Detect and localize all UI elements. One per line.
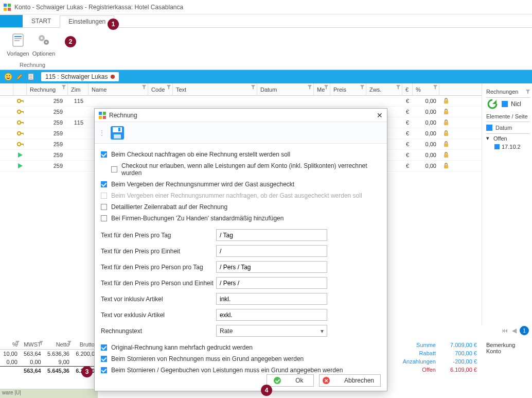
checkbox-option[interactable]: Original-Rechnung kann mehrfach gedruckt… [101, 342, 381, 353]
col-datum[interactable]: Datum [495, 125, 512, 131]
tree-node-offen[interactable]: ▾ Offen [486, 134, 530, 143]
svg-rect-29 [23, 122, 24, 124]
key-icon [13, 107, 27, 117]
checkbox-icon [101, 204, 107, 210]
cell-zim [68, 107, 88, 117]
table-row: 0,000,009,00 [0, 358, 98, 367]
cell-rechnung: 259 [27, 107, 68, 117]
refresh-icon[interactable] [486, 98, 499, 110]
text-input[interactable] [216, 277, 327, 289]
filter-icon[interactable] [324, 85, 328, 89]
pencil-icon[interactable] [15, 73, 24, 81]
col-code[interactable]: Code [151, 86, 165, 93]
checkbox-label: Beim Checkout nachfragen ob eine Rechnun… [111, 151, 290, 158]
col-preis[interactable]: Preis [333, 86, 346, 93]
col-name[interactable]: Name [92, 86, 107, 93]
filter-icon[interactable] [142, 85, 146, 89]
checkbox-icon[interactable] [494, 144, 500, 149]
ok-button[interactable]: Ok [267, 374, 314, 387]
checkbox-option[interactable]: Detaillierter Zeilenrabatt auf der Rechn… [101, 201, 381, 213]
checkbox-icon[interactable] [486, 125, 492, 131]
document-icon[interactable] [27, 73, 35, 81]
col-datum[interactable]: Datum [260, 86, 277, 93]
expand-icon[interactable]: ▾ [486, 135, 491, 142]
col-zws[interactable]: Zws. [369, 86, 381, 93]
rechnungstext-combo[interactable]: Rate▾ [216, 325, 327, 337]
cell-zim: 115 [68, 117, 88, 128]
save-button[interactable] [109, 125, 126, 141]
checkbox-option[interactable]: Bei Firmen-Buchungen 'Zu Handen' standar… [101, 213, 381, 224]
checkbox-option[interactable]: Beim Vergeben der Rechnungsnummer wird d… [101, 179, 381, 190]
svg-rect-44 [103, 116, 106, 119]
col-euro[interactable]: € [405, 86, 409, 93]
grid-header: Rechnung Zim Name Code Text Datum Me Pre… [0, 83, 482, 96]
col-me[interactable]: Me [317, 86, 325, 93]
checkbox-label: Beim Vergeben einer Rechnungsnummer nach… [111, 192, 362, 199]
ribbon-optionen[interactable]: Optionen [31, 30, 57, 57]
col-rechnung[interactable]: Rechnung [30, 86, 56, 93]
field-label: Text für den Preis pro Tag [101, 232, 216, 239]
key-icon [13, 139, 27, 150]
chevron-down-icon: ▾ [321, 327, 324, 335]
cell-pct: 0,00 [413, 128, 439, 139]
right-panel-subheader: Elemente / Seite [486, 110, 530, 122]
filter-icon[interactable] [167, 85, 171, 89]
ribbon-file-tab[interactable] [0, 15, 23, 27]
text-input[interactable] [216, 293, 327, 305]
annotation-badge-3: 3 [81, 366, 93, 377]
pager-prev[interactable]: ◀ [510, 327, 518, 334]
checkbox-icon[interactable] [502, 101, 508, 107]
annotation-badge-1: 1 [108, 19, 119, 30]
checkbox-label: Detaillierter Zeilenrabatt auf der Rechn… [111, 203, 227, 211]
col-text[interactable]: Text [176, 86, 186, 93]
cell-euro: € [402, 117, 413, 128]
filter-icon[interactable] [62, 85, 66, 89]
tab-einstellungen[interactable]: Einstellungen [60, 15, 114, 28]
col-pct[interactable]: % [416, 86, 421, 93]
filter-icon[interactable] [251, 85, 255, 89]
svg-rect-1 [8, 4, 11, 7]
col-pct[interactable]: % [0, 340, 21, 350]
filter-icon[interactable] [360, 85, 364, 89]
filter-icon[interactable] [396, 85, 400, 89]
svg-rect-39 [444, 154, 448, 158]
smiley-icon[interactable] [4, 73, 12, 81]
tree-node-date[interactable]: 17.10.2 [486, 143, 530, 151]
table-row[interactable]: 259115€0,00 [0, 96, 482, 107]
text-input[interactable] [216, 309, 327, 321]
text-input[interactable] [216, 261, 327, 273]
filter-icon[interactable] [526, 90, 530, 94]
ribbon-vorlagen[interactable]: Vorlagen [5, 30, 31, 57]
cancel-button[interactable]: ✕Abbrechen [319, 374, 381, 387]
checkbox-label: Original-Rechnung kann mehrfach gedruckt… [111, 344, 253, 351]
svg-rect-21 [23, 100, 24, 102]
tab-start[interactable]: START [23, 15, 60, 27]
col-netto[interactable]: Netto [44, 340, 73, 350]
lock-icon [439, 139, 453, 150]
filter-icon[interactable] [308, 85, 312, 89]
field-label: Text für den Preis pro Person pro Tag [101, 264, 216, 271]
cell-pct: 0,00 [413, 96, 439, 107]
ribbon-tabs: START Einstellungen [0, 14, 532, 28]
checkbox-option[interactable]: Checkout nur erlauben, wenn alle Leistun… [101, 160, 381, 179]
cell-euro: € [402, 161, 413, 171]
lock-icon [439, 128, 453, 139]
filter-icon[interactable] [433, 85, 437, 89]
checkbox-option[interactable]: Beim Stornieren von Rechnungen muss ein … [101, 353, 381, 365]
svg-rect-30 [444, 122, 448, 125]
close-icon[interactable]: ✕ [377, 111, 383, 119]
ribbon-optionen-label: Optionen [32, 50, 56, 57]
dialog-titlebar: Rechnung ✕ [95, 109, 387, 122]
field-label: Text vor inklusiv Artikel [101, 296, 216, 303]
svg-rect-2 [4, 8, 7, 11]
checkbox-icon [111, 166, 117, 172]
cell-pct: 0,00 [413, 139, 439, 150]
cell-rechnung: 259 [27, 117, 68, 128]
pager-first[interactable]: ⏮ [501, 327, 508, 334]
annotation-badge-2: 2 [65, 36, 76, 47]
text-input[interactable] [216, 245, 327, 257]
col-zim[interactable]: Zim [71, 86, 80, 93]
checkbox-option[interactable]: Beim Checkout nachfragen ob eine Rechnun… [101, 149, 381, 160]
text-input[interactable] [216, 229, 327, 241]
col-mwst[interactable]: MWST [21, 340, 44, 350]
